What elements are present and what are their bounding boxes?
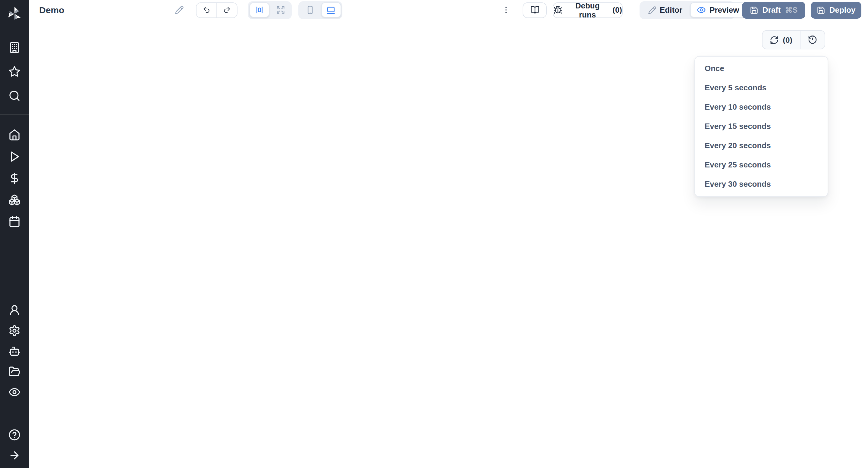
page-title: Demo: [39, 0, 64, 20]
refresh-history-group: (0): [762, 30, 825, 49]
sidebar-item-home[interactable]: [0, 124, 29, 146]
sidebar-group-workspace: [0, 36, 29, 108]
sidebar-item-user[interactable]: [0, 300, 29, 321]
mobile-view-button[interactable]: [300, 2, 320, 18]
sidebar-item-boxes[interactable]: [0, 189, 29, 211]
preview-tab[interactable]: Preview: [690, 2, 746, 18]
sidebar-item-play[interactable]: [0, 146, 29, 167]
sidebar-item-dollar-sign[interactable]: [0, 167, 29, 189]
menu-item[interactable]: Every 20 seconds: [695, 136, 828, 155]
menu-item[interactable]: Every 10 seconds: [695, 97, 828, 116]
fullscreen-layout-button[interactable]: [270, 2, 290, 18]
sidebar: [0, 0, 29, 468]
sidebar-item-search[interactable]: [0, 84, 29, 108]
rename-pencil-icon[interactable]: [175, 0, 184, 20]
history-icon: [807, 35, 817, 44]
sidebar-group-footer: [0, 425, 29, 466]
search-icon: [8, 90, 21, 102]
debug-runs-label: Debug runs: [566, 1, 609, 19]
debug-runs-button[interactable]: Debug runs (0): [553, 2, 623, 18]
boxes-icon: [8, 194, 21, 206]
align-center-horizontal-icon: [255, 5, 264, 14]
sidebar-item-settings[interactable]: [0, 321, 29, 341]
sidebar-divider: [0, 114, 29, 115]
eye-icon: [697, 5, 706, 14]
sidebar-item-star[interactable]: [0, 60, 29, 84]
dollar-sign-icon: [8, 172, 21, 184]
help-circle-icon: [8, 429, 21, 441]
eye-icon: [8, 386, 21, 398]
sidebar-item-folder-open[interactable]: [0, 361, 29, 382]
windmill-logo-icon: [5, 5, 24, 23]
editor-tab[interactable]: Editor: [641, 2, 689, 18]
redo-icon: [223, 6, 231, 14]
sidebar-item-help-circle[interactable]: [0, 425, 29, 445]
menu-item[interactable]: Every 5 seconds: [695, 78, 828, 97]
undo-redo-group: [196, 2, 238, 18]
home-icon: [8, 129, 21, 141]
deploy-button[interactable]: Deploy: [811, 1, 861, 19]
book-open-icon: [530, 5, 539, 14]
play-icon: [8, 151, 21, 163]
menu-item[interactable]: Every 15 seconds: [695, 116, 828, 136]
undo-button[interactable]: [196, 3, 216, 17]
refresh-count: (0): [783, 35, 792, 44]
laptop-icon: [326, 5, 336, 15]
sidebar-group-main: [0, 124, 29, 233]
expand-icon: [276, 5, 285, 14]
centered-layout-button[interactable]: [249, 2, 269, 18]
user-icon: [8, 304, 21, 316]
sidebar-group-admin: [0, 300, 29, 402]
pencil-icon: [648, 6, 656, 14]
app-window: Demo: [0, 0, 868, 468]
calendar-icon: [8, 215, 21, 228]
menu-item[interactable]: Every 30 seconds: [695, 174, 828, 194]
sidebar-item-bot[interactable]: [0, 341, 29, 361]
more-vertical-icon: [501, 5, 510, 14]
main-area: Demo: [29, 0, 868, 468]
pencil-icon: [175, 5, 184, 14]
schedule-menu: OnceEvery 5 secondsEvery 10 secondsEvery…: [694, 56, 828, 197]
draft-button-label: Draft: [763, 5, 781, 14]
undo-icon: [203, 6, 210, 14]
save-icon: [817, 6, 825, 14]
docs-button[interactable]: [523, 2, 547, 18]
more-menu-button[interactable]: [501, 2, 510, 18]
building-icon: [8, 41, 21, 54]
star-icon: [8, 66, 21, 78]
topbar: Demo: [29, 0, 868, 20]
save-icon: [750, 6, 758, 14]
sidebar-item-calendar[interactable]: [0, 211, 29, 233]
bug-icon: [553, 5, 562, 14]
deploy-button-label: Deploy: [830, 5, 856, 14]
smartphone-icon: [305, 5, 314, 14]
sidebar-item-building[interactable]: [0, 36, 29, 60]
editor-preview-toggle: Editor Preview: [640, 1, 735, 19]
history-button[interactable]: [800, 31, 824, 49]
menu-item[interactable]: Every 25 seconds: [695, 155, 828, 174]
draft-shortcut: ⌘S: [785, 5, 798, 14]
editor-tab-label: Editor: [660, 5, 682, 14]
menu-item[interactable]: Once: [695, 59, 828, 78]
bot-icon: [8, 345, 21, 357]
save-draft-button[interactable]: Draft ⌘S: [742, 1, 805, 19]
refresh-icon: [770, 35, 778, 44]
desktop-view-button[interactable]: [321, 2, 341, 18]
arrow-right-icon: [8, 449, 21, 461]
sidebar-item-eye[interactable]: [0, 382, 29, 402]
device-toggle: [299, 1, 342, 19]
sidebar-divider: [0, 28, 29, 28]
folder-open-icon: [8, 366, 21, 378]
debug-runs-count: (0): [613, 5, 622, 14]
windmill-logo-icon[interactable]: [0, 4, 29, 24]
app-canvas: (0) OnceEvery 5 secondsEvery 10 secondsE…: [29, 20, 868, 468]
layout-toggle: [248, 1, 292, 19]
redo-button[interactable]: [216, 3, 237, 17]
refresh-runnables-button[interactable]: (0): [762, 31, 800, 49]
settings-icon: [8, 325, 21, 337]
preview-tab-label: Preview: [710, 5, 739, 14]
sidebar-item-arrow-right[interactable]: [0, 445, 29, 466]
